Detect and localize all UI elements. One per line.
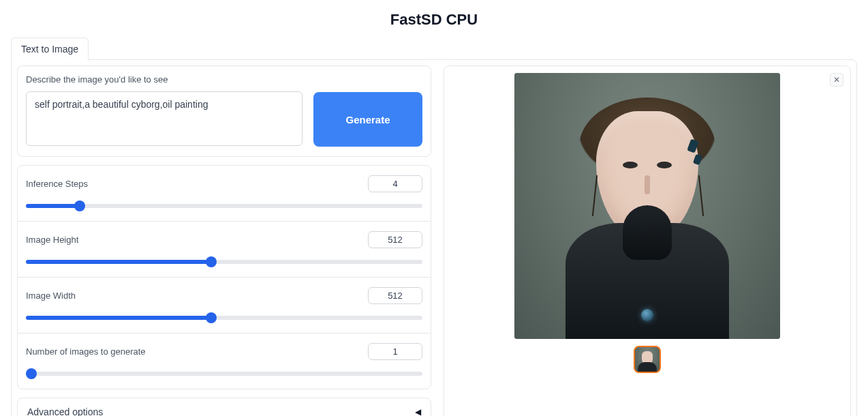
prompt-row: Describe the image you'd like to see Gen…: [17, 65, 431, 157]
height-slider[interactable]: [26, 260, 422, 264]
slider-label-height: Image Height: [26, 235, 78, 245]
output-thumbnail[interactable]: [634, 346, 661, 373]
slider-count: Number of images to generate: [18, 333, 431, 389]
tab-text-to-image[interactable]: Text to Image: [11, 38, 89, 60]
sliders-group: Inference Steps Image Height Image Width: [17, 165, 431, 389]
slider-label-width: Image Width: [26, 291, 76, 301]
steps-number-input[interactable]: [368, 175, 422, 192]
count-slider[interactable]: [26, 372, 422, 376]
steps-slider[interactable]: [26, 204, 422, 208]
slider-label-steps: Inference Steps: [26, 179, 88, 189]
slider-width: Image Width: [18, 278, 431, 333]
prompt-input[interactable]: [26, 91, 303, 146]
main-panel: Describe the image you'd like to see Gen…: [11, 59, 857, 416]
generate-button[interactable]: Generate: [313, 92, 422, 147]
prompt-block: Describe the image you'd like to see: [26, 74, 303, 148]
advanced-options-label: Advanced options: [27, 406, 103, 416]
width-number-input[interactable]: [368, 287, 422, 304]
generated-portrait-illustration: [514, 73, 780, 339]
close-icon[interactable]: ✕: [830, 73, 843, 87]
advanced-options-toggle[interactable]: Advanced options ◀: [17, 398, 431, 416]
slider-label-count: Number of images to generate: [26, 346, 146, 357]
slider-steps: Inference Steps: [18, 166, 431, 222]
output-panel: ✕: [444, 65, 851, 416]
width-slider[interactable]: [26, 316, 422, 320]
page-title: FastSD CPU: [11, 11, 857, 29]
left-column: Describe the image you'd like to see Gen…: [17, 65, 431, 416]
caret-left-icon: ◀: [415, 407, 421, 416]
height-number-input[interactable]: [368, 231, 422, 248]
tabs: Text to Image: [11, 37, 857, 59]
slider-height: Image Height: [18, 222, 431, 278]
prompt-label: Describe the image you'd like to see: [26, 74, 303, 85]
output-image[interactable]: [514, 73, 780, 339]
count-number-input[interactable]: [368, 343, 422, 360]
